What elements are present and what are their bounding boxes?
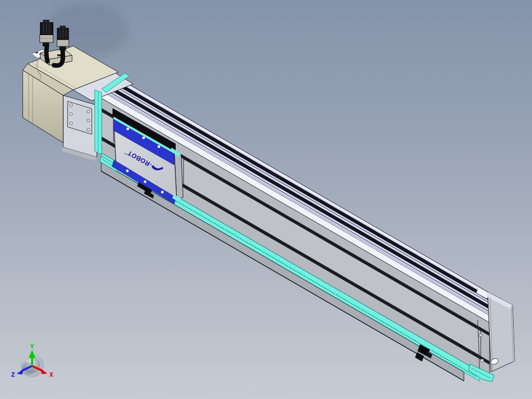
y-axis-label: Y bbox=[30, 343, 34, 350]
power-conduit bbox=[46, 46, 47, 61]
nameplate-print-1 bbox=[36, 52, 38, 53]
cad-viewport[interactable]: -ROBOT ™ Y X Z bbox=[0, 0, 532, 399]
clamp-slot-2 bbox=[57, 54, 61, 56]
x-axis-label: X bbox=[49, 371, 53, 378]
power-cap-tab bbox=[43, 20, 49, 23]
encoder-cap-tab bbox=[60, 26, 66, 29]
z-axis-label: Z bbox=[11, 371, 15, 378]
end-cap-screw-2 bbox=[481, 359, 484, 362]
encoder-plug-body bbox=[57, 40, 69, 46]
end-cap-screw-1 bbox=[479, 334, 482, 337]
